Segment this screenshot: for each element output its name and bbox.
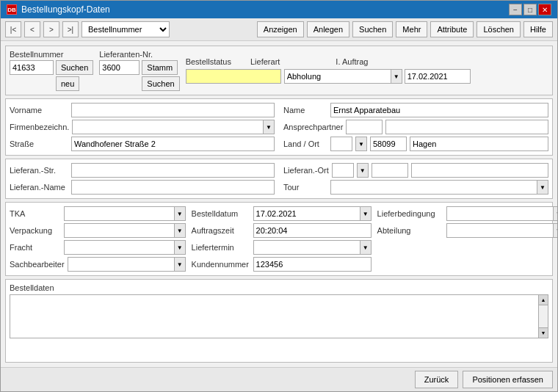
kundennummer-label: Kundennummer bbox=[192, 260, 250, 269]
strasse-input[interactable] bbox=[71, 137, 275, 151]
minimize-button[interactable]: − bbox=[509, 4, 522, 15]
anzeigen-button[interactable]: Anzeigen bbox=[257, 21, 304, 37]
bottom-bar: Zurück Positionen erfassen bbox=[1, 367, 557, 391]
plz-input[interactable] bbox=[370, 137, 407, 151]
ansprechpartner-input2[interactable] bbox=[385, 120, 548, 134]
verpackung-dropdown-icon[interactable]: ▼ bbox=[174, 223, 186, 238]
vorname-label: Vorname bbox=[10, 106, 68, 115]
lieferanort-dropdown-icon[interactable]: ▼ bbox=[357, 163, 369, 178]
suchen-button[interactable]: Suchen bbox=[352, 21, 393, 37]
fracht-input[interactable] bbox=[64, 240, 174, 255]
verpackung-input[interactable] bbox=[64, 223, 174, 238]
lieferanname-label: Lieferan.-Name bbox=[10, 183, 68, 192]
bestelldaten-textarea[interactable] bbox=[10, 294, 538, 338]
iauftrag-input[interactable] bbox=[405, 69, 471, 84]
lieferantennr-label: Lieferanten-Nr. bbox=[99, 50, 179, 59]
firmenbezeichn-dropdown-icon[interactable]: ▼ bbox=[263, 120, 275, 134]
mehr-button[interactable]: Mehr bbox=[396, 21, 427, 37]
loschen-button[interactable]: Löschen bbox=[477, 21, 521, 37]
bestellnummer-input[interactable] bbox=[10, 60, 54, 75]
lieferart-label: Lieferart bbox=[250, 57, 280, 66]
lieferantennr-input[interactable] bbox=[99, 60, 140, 75]
scrollbar-down-button[interactable]: ▼ bbox=[539, 327, 548, 338]
firmenbezeichn-label: Firmenbezeichn. bbox=[10, 123, 69, 131]
tour-dropdown-icon[interactable]: ▼ bbox=[537, 180, 548, 195]
lieferbedingung-dropdown-icon[interactable]: ▼ bbox=[553, 206, 557, 221]
lieferan-section: Lieferan.-Str. Lieferan.-Name Lieferan.-… bbox=[5, 159, 553, 199]
ort-input[interactable] bbox=[410, 137, 548, 151]
sachbearbeiter-dropdown-icon[interactable]: ▼ bbox=[174, 257, 186, 272]
firmenbezeichn-input[interactable] bbox=[72, 120, 263, 134]
lieferanname-input[interactable] bbox=[71, 180, 275, 195]
zuruck-button[interactable]: Zurück bbox=[415, 371, 459, 388]
bestelldatum-dropdown-icon[interactable]: ▼ bbox=[360, 206, 372, 221]
lieferanstr-label: Lieferan.-Str. bbox=[10, 166, 68, 175]
liefertermin-input[interactable] bbox=[253, 240, 360, 255]
bestellstatus-input[interactable] bbox=[186, 69, 281, 84]
positionen-erfassen-button[interactable]: Positionen erfassen bbox=[463, 371, 553, 388]
kundennummer-input[interactable] bbox=[253, 257, 372, 272]
detail-col1: TKA ▼ Verpackung ▼ Fra bbox=[10, 206, 186, 272]
lieferart-input[interactable] bbox=[284, 69, 391, 84]
sachbearbeiter-input[interactable] bbox=[68, 257, 174, 272]
scrollbar-up-button[interactable]: ▲ bbox=[539, 295, 548, 305]
lieferanort-input2[interactable] bbox=[411, 163, 548, 178]
lieferantennr-suchen-button[interactable]: Suchen bbox=[142, 76, 179, 91]
person-section: Vorname Firmenbezeichn. ▼ Straße bbox=[5, 98, 553, 156]
bestelldatum-label: Bestelldatum bbox=[192, 209, 250, 218]
abteilung-dropdown-icon[interactable]: ▼ bbox=[553, 223, 557, 238]
sachbearbeiter-label: Sachbearbeiter bbox=[10, 260, 65, 269]
bestellstatus-label: Bestellstatus bbox=[186, 57, 231, 66]
nav-prev-button[interactable]: < bbox=[24, 21, 40, 37]
attribute-button[interactable]: Attribute bbox=[430, 21, 474, 37]
tka-input[interactable] bbox=[64, 206, 174, 221]
lieferantennr-group: Lieferanten-Nr. Stamm Suchen bbox=[99, 50, 179, 91]
nav-last-button[interactable]: >| bbox=[62, 21, 79, 37]
lieferbedingung-input[interactable] bbox=[446, 206, 553, 221]
restore-button[interactable]: □ bbox=[523, 4, 537, 15]
auftragszeit-input[interactable] bbox=[253, 223, 372, 238]
bestellnummer-suchen-button[interactable]: Suchen bbox=[56, 60, 93, 75]
strasse-label: Straße bbox=[10, 139, 68, 148]
tka-dropdown-icon[interactable]: ▼ bbox=[174, 206, 186, 221]
nav-select[interactable]: Bestellnummer bbox=[81, 21, 170, 37]
land-code-input[interactable] bbox=[330, 137, 352, 151]
tour-label: Tour bbox=[283, 183, 327, 192]
lieferan-right: Lieferan.-Ort ▼ Tour ▼ bbox=[283, 163, 548, 195]
hilfe-button[interactable]: Hilfe bbox=[523, 21, 553, 37]
bestellnummer-neu-button[interactable]: neu bbox=[56, 76, 79, 91]
lieferbedingung-label: Lieferbedingung bbox=[377, 209, 443, 218]
lieferantennr-stamm-button[interactable]: Stamm bbox=[142, 60, 178, 75]
name-input[interactable] bbox=[330, 103, 548, 117]
lieferanort-code-input[interactable] bbox=[332, 163, 354, 178]
detail-col3: Lieferbedingung ▼ Abteilung ▼ bbox=[377, 206, 557, 272]
vorname-input[interactable] bbox=[71, 103, 275, 117]
land-dropdown-icon[interactable]: ▼ bbox=[355, 137, 367, 151]
nav-next-button[interactable]: > bbox=[43, 21, 59, 37]
nav-first-button[interactable]: |< bbox=[5, 21, 21, 37]
tour-input[interactable] bbox=[330, 180, 537, 195]
title-buttons: − □ ✕ bbox=[509, 4, 551, 15]
lieferanort-input1[interactable] bbox=[372, 163, 408, 178]
close-button[interactable]: ✕ bbox=[538, 4, 551, 15]
status-group: Bestellstatus Lieferart I. Auftrag ▼ bbox=[186, 57, 548, 84]
abteilung-label: Abteilung bbox=[377, 226, 443, 235]
lieferart-dropdown-icon[interactable]: ▼ bbox=[391, 69, 402, 84]
fracht-dropdown-icon[interactable]: ▼ bbox=[174, 240, 186, 255]
app-icon: DB bbox=[7, 4, 17, 15]
top-section: Bestellnummer Suchen neu Lieferanten-Nr. bbox=[5, 46, 553, 95]
lieferanstr-input[interactable] bbox=[71, 163, 275, 178]
landort-label: Land / Ort bbox=[283, 139, 327, 148]
auftragszeit-label: Auftragszeit bbox=[192, 226, 250, 235]
liefertermin-dropdown-icon[interactable]: ▼ bbox=[360, 240, 372, 255]
anlegen-button[interactable]: Anlegen bbox=[307, 21, 349, 37]
bestellnummer-group: Bestellnummer Suchen neu bbox=[10, 50, 93, 91]
bestelldatum-input[interactable] bbox=[253, 206, 360, 221]
content-area: Bestellnummer Suchen neu Lieferanten-Nr. bbox=[1, 41, 557, 367]
abteilung-input[interactable] bbox=[446, 223, 553, 238]
ansprechpartner-input1[interactable] bbox=[346, 120, 383, 134]
detail-col2: Bestelldatum ▼ Auftragszeit Liefertermin bbox=[192, 206, 372, 272]
iauftrag-label: I. Auftrag bbox=[336, 57, 368, 66]
bestelldaten-scrollbar: ▲ ▼ bbox=[538, 294, 548, 338]
person-right: Name Ansprechpartner Land / Ort ▼ bbox=[283, 103, 548, 151]
